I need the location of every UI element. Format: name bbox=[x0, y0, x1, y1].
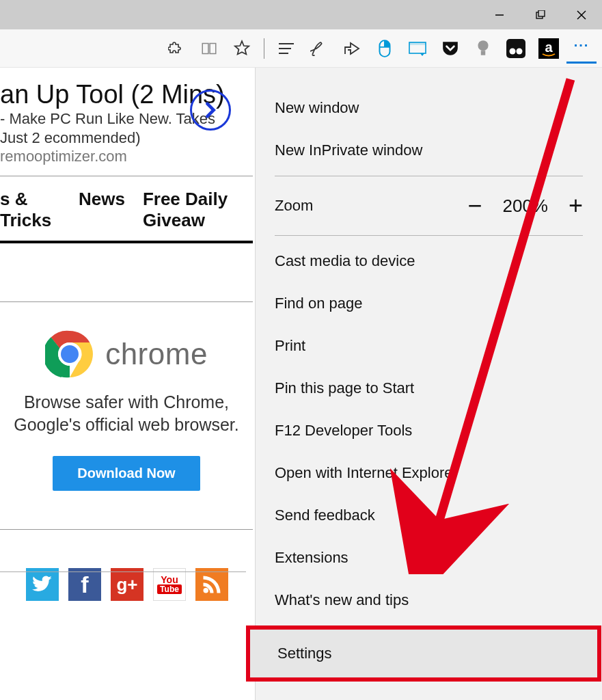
chrome-logo-icon bbox=[45, 329, 94, 379]
more-menu-flyout: New window New InPrivate window Zoom − 2… bbox=[255, 68, 602, 700]
youtube-icon[interactable]: You Tube bbox=[153, 568, 186, 601]
menu-separator bbox=[275, 235, 583, 236]
pocket-icon[interactable] bbox=[435, 33, 465, 64]
facebook-icon[interactable]: f bbox=[68, 568, 101, 601]
chrome-tagline: Browse safer with Chrome,Google's offici… bbox=[14, 391, 238, 438]
menu-feedback[interactable]: Send feedback bbox=[275, 494, 583, 537]
menu-print[interactable]: Print bbox=[275, 325, 583, 367]
nav-tab-giveaway[interactable]: Free Daily Giveaw bbox=[143, 189, 253, 231]
menu-whatsnew[interactable]: What's new and tips bbox=[275, 579, 583, 621]
zoom-value: 200% bbox=[502, 196, 548, 217]
menu-new-inprivate[interactable]: New InPrivate window bbox=[275, 129, 583, 172]
menu-separator bbox=[275, 176, 583, 176]
svg-rect-10 bbox=[409, 42, 426, 45]
ad-banner: an Up Tool (2 Mins) - Make PC Run Like N… bbox=[0, 68, 253, 176]
svg-point-14 bbox=[510, 48, 516, 54]
google-plus-icon[interactable]: g+ bbox=[111, 568, 143, 601]
toolbar-separator bbox=[264, 38, 264, 59]
maximize-button[interactable] bbox=[520, 0, 561, 29]
favorites-star-icon[interactable] bbox=[227, 33, 257, 64]
menu-extensions[interactable]: Extensions bbox=[275, 537, 583, 579]
bulb-icon[interactable] bbox=[468, 33, 498, 64]
menu-settings-highlighted[interactable]: Settings bbox=[246, 625, 601, 682]
rss-icon[interactable] bbox=[195, 568, 228, 601]
svg-point-11 bbox=[478, 40, 488, 51]
menu-devtools[interactable]: F12 Developer Tools bbox=[275, 409, 583, 452]
menu-cast[interactable]: Cast media to device bbox=[275, 240, 583, 282]
nav-tab-news[interactable]: News bbox=[79, 189, 125, 210]
svg-point-15 bbox=[517, 48, 523, 54]
zoom-label: Zoom bbox=[275, 197, 313, 215]
share-icon[interactable] bbox=[337, 33, 367, 64]
svg-rect-2 bbox=[538, 10, 545, 16]
zoom-in-button[interactable]: + bbox=[569, 191, 583, 220]
spacer bbox=[0, 243, 253, 302]
minimize-button[interactable] bbox=[479, 0, 520, 29]
nav-tabs: s & Tricks News Free Daily Giveaw bbox=[0, 176, 253, 243]
zoom-out-button[interactable]: − bbox=[467, 191, 482, 220]
browser-toolbar: a ··· bbox=[0, 29, 602, 68]
panel-icon[interactable] bbox=[402, 33, 433, 64]
menu-zoom-row: Zoom − 200% + bbox=[275, 180, 583, 231]
hub-icon[interactable] bbox=[271, 33, 301, 64]
svg-text:a: a bbox=[545, 40, 553, 55]
window-titlebar bbox=[0, 0, 602, 29]
web-note-icon[interactable] bbox=[304, 33, 334, 64]
download-now-button[interactable]: Download Now bbox=[53, 456, 200, 491]
menu-find[interactable]: Find on page bbox=[275, 282, 583, 325]
menu-pin[interactable]: Pin this page to Start bbox=[275, 367, 583, 409]
reading-list-icon[interactable] bbox=[194, 33, 224, 64]
menu-new-window[interactable]: New window bbox=[275, 87, 583, 129]
nav-tab-tricks[interactable]: s & Tricks bbox=[0, 189, 61, 231]
flickr-icon[interactable] bbox=[501, 33, 531, 64]
svg-rect-12 bbox=[481, 51, 485, 55]
extensions-icon[interactable] bbox=[161, 33, 191, 64]
svg-point-21 bbox=[204, 588, 209, 593]
ad-next-arrow[interactable] bbox=[190, 90, 231, 131]
close-button[interactable] bbox=[561, 0, 602, 29]
more-menu-button[interactable]: ··· bbox=[566, 33, 597, 64]
svg-rect-13 bbox=[506, 39, 525, 58]
amazon-icon[interactable]: a bbox=[534, 33, 564, 64]
mouse-icon[interactable] bbox=[370, 33, 400, 64]
chrome-wordmark: chrome bbox=[105, 337, 208, 371]
divider bbox=[0, 571, 246, 572]
twitter-icon[interactable] bbox=[26, 568, 59, 601]
menu-open-ie[interactable]: Open with Internet Explorer bbox=[275, 452, 583, 494]
chrome-promo: chrome Browse safer with Chrome,Google's… bbox=[0, 302, 253, 530]
